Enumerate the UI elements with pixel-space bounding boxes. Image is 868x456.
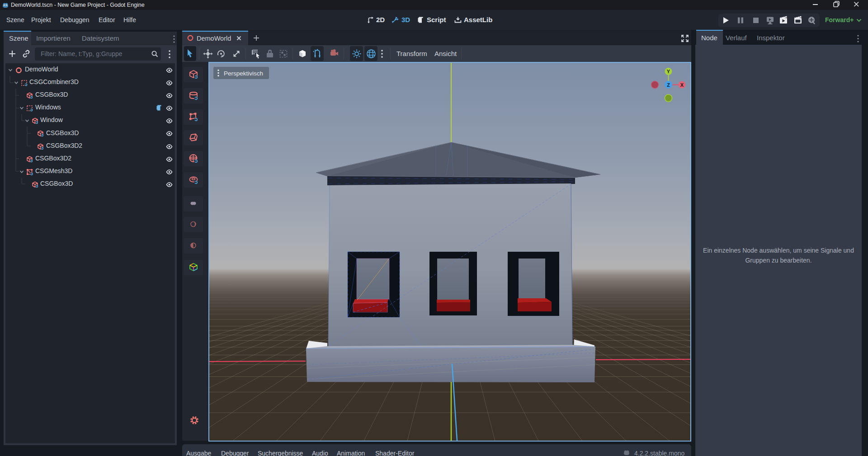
svg-text:Z: Z bbox=[667, 82, 670, 88]
svg-text:X: X bbox=[680, 82, 684, 88]
svg-text:Y: Y bbox=[667, 69, 670, 74]
svg-text:Perspektivisch: Perspektivisch bbox=[224, 70, 263, 77]
